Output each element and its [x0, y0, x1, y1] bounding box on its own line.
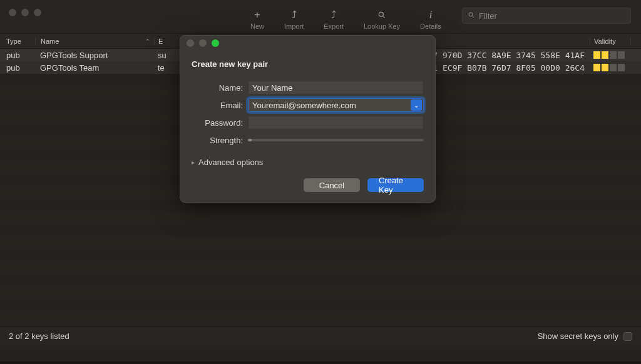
name-label: Name: — [192, 83, 248, 93]
create-key-button[interactable]: Create Key — [367, 178, 424, 192]
toolbar-import-label: Import — [284, 23, 304, 30]
advanced-toggle[interactable]: ▸ Advanced options — [180, 149, 435, 178]
search-placeholder: Filter — [479, 11, 497, 21]
window-traffic-lights[interactable] — [9, 9, 41, 16]
email-dropdown-icon[interactable]: ⌄ — [411, 99, 422, 111]
close-dot[interactable] — [9, 9, 16, 16]
zoom-dot[interactable] — [34, 9, 41, 16]
svg-point-0 — [379, 12, 383, 16]
svg-point-2 — [469, 13, 473, 16]
chevron-right-icon: ▸ — [192, 159, 195, 166]
toolbar-export-label: Export — [324, 23, 344, 30]
secret-only-label: Show secret keys only — [538, 331, 618, 341]
search-input[interactable]: Filter — [462, 8, 631, 24]
dialog-title: Create new key pair — [180, 51, 435, 79]
toolbar-new[interactable]: + New — [250, 9, 264, 30]
cancel-button[interactable]: Cancel — [304, 178, 360, 192]
col-type[interactable]: Type — [0, 38, 35, 45]
cell-type: pub — [0, 51, 35, 60]
password-field[interactable] — [248, 116, 424, 129]
name-value: Your Name — [252, 83, 293, 93]
minimize-dot[interactable] — [21, 9, 29, 16]
strength-meter — [248, 139, 424, 141]
strength-label: Strength: — [192, 136, 248, 145]
toolbar-export[interactable]: ⤴ Export — [324, 9, 344, 30]
toolbar-lookup[interactable]: Lookup Key — [364, 9, 400, 30]
secret-only-checkbox[interactable] — [623, 332, 632, 341]
email-label: Email: — [192, 101, 248, 110]
cell-validity — [590, 64, 631, 71]
search-icon — [377, 9, 386, 21]
toolbar-new-label: New — [250, 23, 264, 30]
cell-type: pub — [0, 63, 35, 73]
name-field[interactable]: Your Name — [248, 81, 424, 94]
cell-name: GPGTools Support — [35, 51, 154, 60]
create-key-dialog: Create new key pair Name: Your Name Emai… — [180, 35, 436, 203]
col-validity[interactable]: Validity — [590, 38, 631, 45]
close-dot[interactable] — [187, 39, 194, 47]
svg-line-3 — [472, 16, 474, 18]
advanced-label: Advanced options — [198, 158, 263, 167]
toolbar-lookup-label: Lookup Key — [364, 23, 400, 30]
sort-caret-icon: ⌃ — [145, 38, 150, 44]
svg-line-1 — [383, 16, 385, 18]
col-name-label: Name — [41, 38, 59, 45]
toolbar-import[interactable]: ⤴ Import — [284, 9, 304, 30]
minimize-dot[interactable] — [199, 39, 207, 47]
search-icon — [468, 11, 475, 21]
statusbar: 2 of 2 keys listed Show secret keys only — [0, 326, 641, 345]
titlebar: + New ⤴ Import ⤴ Export Lookup Key i Det… — [0, 0, 641, 34]
cell-validity — [590, 51, 631, 59]
email-field[interactable]: Youremail@somewhere.com ⌄ — [248, 98, 424, 112]
dialog-traffic-lights[interactable] — [187, 39, 219, 47]
plus-icon: + — [254, 9, 260, 21]
status-text: 2 of 2 keys listed — [9, 331, 69, 341]
info-icon: i — [429, 9, 432, 21]
toolbar-details-label: Details — [420, 23, 441, 30]
email-value: Youremail@somewhere.com — [252, 101, 356, 110]
toolbar-details[interactable]: i Details — [420, 9, 441, 30]
export-icon: ⤴ — [331, 9, 336, 21]
col-email[interactable]: E — [154, 38, 173, 45]
col-name[interactable]: Name ⌃ — [35, 38, 154, 45]
cell-name: GPGTools Team — [35, 63, 154, 73]
cell-email: te — [154, 63, 173, 73]
password-label: Password: — [192, 118, 248, 128]
zoom-dot[interactable] — [212, 39, 219, 47]
cell-email: su — [154, 51, 173, 60]
import-icon: ⤴ — [292, 9, 297, 21]
